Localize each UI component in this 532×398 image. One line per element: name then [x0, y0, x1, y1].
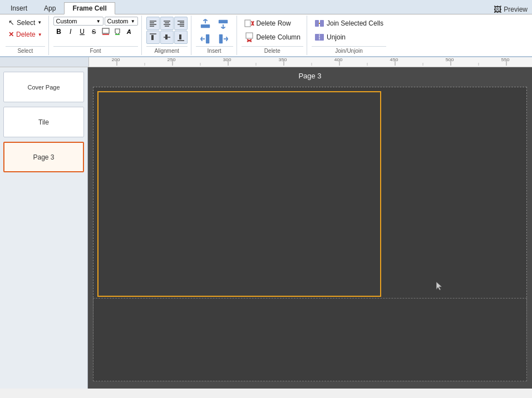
text-color-button[interactable]: [100, 26, 111, 37]
svg-rect-33: [219, 34, 223, 43]
join-selected-row: Join Selected Cells: [312, 17, 386, 30]
svg-rect-18: [165, 34, 168, 39]
unjoin-button[interactable]: Unjoin: [312, 31, 348, 44]
select-arrow-icon: ▼: [37, 20, 42, 25]
ribbon-group-join: Join Selected Cells Unjoin Join/U: [308, 16, 390, 55]
sidebar: Cover Page Tile Page 3: [0, 67, 88, 389]
align-middle-button[interactable]: [160, 31, 174, 44]
underline-button[interactable]: U: [77, 26, 88, 37]
page-title: Page 3: [88, 67, 532, 82]
svg-text:450: 450: [390, 57, 398, 62]
alignment-group-label: Alignment: [146, 46, 188, 55]
insert-row-top: [198, 17, 231, 31]
svg-text:350: 350: [279, 57, 287, 62]
page-thumb-tile[interactable]: Tile: [3, 107, 84, 137]
page-canvas: [93, 87, 527, 381]
svg-rect-1: [102, 34, 109, 35]
svg-text:250: 250: [168, 57, 176, 62]
ribbon-group-font: Custom ▼ Custom ▼ B I U S: [50, 16, 142, 55]
select-group-content: ↖ Select ▼ ✕ Delete ▼: [6, 17, 45, 46]
page-thumb-cover[interactable]: Cover Page: [3, 72, 84, 102]
delete-group-label: Delete: [242, 46, 303, 55]
ribbon: ↖ Select ▼ ✕ Delete ▼ Select: [0, 14, 532, 57]
select-group-label: Select: [6, 46, 45, 55]
svg-text:500: 500: [446, 57, 454, 62]
svg-rect-29: [206, 34, 209, 43]
font-group-content: Custom ▼ Custom ▼ B I U S: [53, 17, 138, 46]
delete-arrow-icon: ▼: [38, 32, 42, 37]
highlight-color-button[interactable]: [112, 26, 123, 37]
align-left-button[interactable]: [146, 17, 160, 30]
ribbon-group-delete: Delete Row Delete Column: [238, 16, 307, 55]
ruler-area: 200 250 300 350 400 450 500 550: [0, 57, 532, 67]
insert-right-button[interactable]: [215, 32, 231, 46]
join-cells-icon: [314, 18, 324, 28]
delete-x-icon: ✕: [8, 31, 14, 38]
ribbon-group-insert: Insert: [193, 16, 237, 55]
svg-rect-21: [201, 24, 210, 28]
svg-text:550: 550: [501, 57, 510, 62]
text-style-button[interactable]: A: [124, 26, 135, 37]
ribbon-tabs: Insert App Frame Cell 🖼 Preview: [0, 0, 532, 14]
align-right-button[interactable]: [174, 17, 188, 30]
preview-icon: 🖼: [494, 5, 501, 14]
tab-app[interactable]: App: [36, 2, 64, 14]
main-area: Cover Page Tile Page 3 Page 3: [0, 67, 532, 389]
ribbon-groups-area: ↖ Select ▼ ✕ Delete ▼ Select: [0, 14, 532, 56]
italic-button[interactable]: I: [65, 26, 76, 37]
insert-above-button[interactable]: [198, 17, 213, 31]
delete-column-button[interactable]: Delete Column: [242, 31, 303, 44]
align-bottom-button[interactable]: [174, 31, 188, 44]
delete-column-icon: [244, 32, 254, 42]
join-group-label: Join/Unjoin: [312, 46, 386, 55]
unjoin-icon: [314, 32, 324, 42]
font-family-arrow-icon: ▼: [96, 19, 101, 24]
align-center-button[interactable]: [160, 17, 174, 30]
delete-col-btn-row: Delete Column: [242, 31, 303, 44]
align-row-top: [146, 17, 188, 30]
alignment-group-content: [146, 17, 188, 46]
delete-row-button[interactable]: Delete Row: [242, 17, 294, 30]
svg-rect-44: [320, 20, 324, 27]
preview-label[interactable]: Preview: [504, 6, 528, 13]
font-group-label: Font: [53, 46, 138, 55]
canvas-area[interactable]: Page 3: [88, 67, 532, 389]
insert-group-label: Insert: [196, 46, 233, 55]
ruler-corner: [0, 57, 89, 67]
svg-rect-40: [246, 33, 253, 38]
bold-button[interactable]: B: [53, 26, 65, 37]
unjoin-row: Unjoin: [312, 31, 348, 44]
svg-text:300: 300: [223, 57, 231, 62]
svg-rect-43: [315, 20, 319, 27]
page-thumb-page3[interactable]: Page 3: [3, 142, 84, 172]
font-dropdowns-row: Custom ▼ Custom ▼: [53, 17, 138, 26]
font-size-dropdown[interactable]: Custom ▼: [105, 17, 138, 26]
join-selected-cells-button[interactable]: Join Selected Cells: [312, 17, 386, 30]
tab-frame-cell[interactable]: Frame Cell: [64, 2, 115, 14]
strikethrough-button[interactable]: S: [88, 26, 100, 37]
tab-insert[interactable]: Insert: [2, 2, 36, 14]
ribbon-group-select: ↖ Select ▼ ✕ Delete ▼ Select: [2, 16, 49, 55]
insert-below-button[interactable]: [215, 17, 231, 31]
insert-row-bottom: [198, 32, 231, 46]
svg-text:200: 200: [112, 57, 120, 62]
svg-rect-20: [179, 34, 181, 39]
select-button[interactable]: ↖ Select ▼: [6, 17, 45, 28]
delete-row-btn-row: Delete Row: [242, 17, 294, 30]
delete-row-icon: [244, 18, 254, 28]
svg-rect-37: [245, 20, 250, 27]
ribbon-group-alignment: Alignment: [143, 16, 191, 55]
align-row-bottom: [146, 31, 188, 44]
align-top-button[interactable]: [146, 31, 160, 44]
svg-rect-48: [89, 57, 532, 66]
svg-rect-25: [219, 20, 228, 23]
svg-rect-16: [151, 35, 154, 40]
join-group-content: Join Selected Cells Unjoin: [312, 17, 386, 46]
frame-cell-selected[interactable]: [97, 91, 381, 297]
font-family-dropdown[interactable]: Custom ▼: [53, 17, 104, 26]
delete-button[interactable]: ✕ Delete ▼: [6, 29, 45, 40]
insert-group-content: [198, 17, 231, 46]
ruler: 200 250 300 350 400 450 500 550: [89, 57, 532, 67]
svg-rect-0: [102, 28, 109, 33]
insert-left-button[interactable]: [198, 32, 213, 46]
